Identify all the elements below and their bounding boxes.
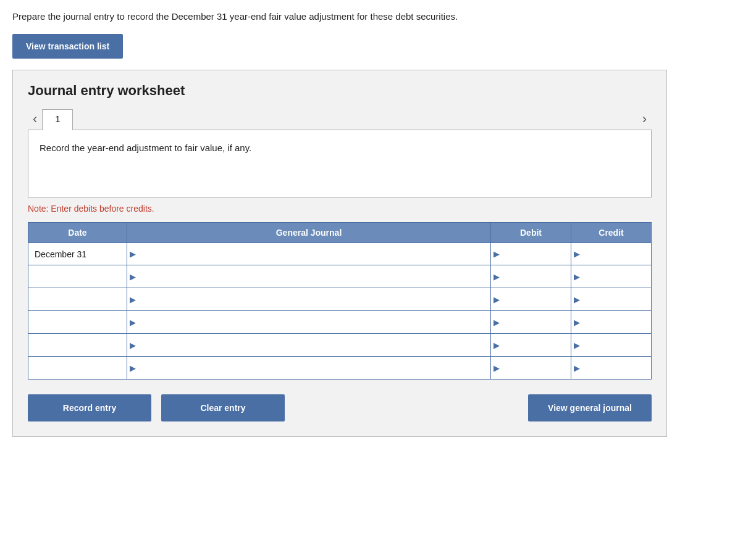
journal-arrow-0: ▶: [127, 249, 138, 259]
debit-input-2[interactable]: [502, 292, 571, 307]
debit-arrow-3: ▶: [491, 318, 502, 327]
debit-arrow-1: ▶: [491, 272, 502, 281]
credit-cell-3[interactable]: ▶: [571, 311, 652, 334]
header-credit: Credit: [571, 223, 652, 243]
journal-arrow-5: ▶: [127, 363, 138, 373]
table-row: ▶▶▶: [28, 265, 652, 288]
date-cell-4[interactable]: [28, 334, 127, 357]
journal-input-1[interactable]: [138, 269, 490, 284]
date-input-3[interactable]: [35, 315, 120, 330]
next-tab-arrow[interactable]: ›: [637, 109, 652, 130]
prev-tab-arrow[interactable]: ‹: [28, 109, 42, 130]
debit-arrow-0: ▶: [491, 249, 502, 259]
credit-cell-5[interactable]: ▶: [571, 357, 652, 380]
journal-cell-1[interactable]: ▶: [127, 265, 491, 288]
debit-cell-1[interactable]: ▶: [491, 265, 571, 288]
credit-input-2[interactable]: [582, 292, 651, 307]
journal-input-3[interactable]: [138, 315, 490, 330]
view-transaction-button[interactable]: View transaction list: [12, 34, 123, 59]
journal-input-5[interactable]: [138, 360, 490, 375]
credit-cell-1[interactable]: ▶: [571, 265, 652, 288]
tab-content-text: Record the year-end adjustment to fair v…: [40, 143, 251, 153]
table-header-row: Date General Journal Debit Credit: [28, 223, 652, 243]
credit-input-4[interactable]: [582, 338, 651, 352]
debit-input-3[interactable]: [502, 315, 571, 330]
credit-cell-0[interactable]: ▶: [571, 243, 652, 265]
journal-cell-0[interactable]: ▶: [127, 243, 491, 265]
date-cell-5[interactable]: [28, 357, 127, 380]
credit-input-3[interactable]: [582, 315, 651, 330]
record-entry-button[interactable]: Record entry: [28, 394, 151, 421]
credit-arrow-1: ▶: [571, 272, 582, 281]
buttons-row: Record entry Clear entry View general jo…: [28, 394, 652, 421]
date-cell-2[interactable]: [28, 288, 127, 311]
journal-cell-5[interactable]: ▶: [127, 357, 491, 380]
journal-arrow-3: ▶: [127, 318, 138, 327]
header-general-journal: General Journal: [127, 223, 491, 243]
credit-arrow-0: ▶: [571, 249, 582, 259]
header-debit: Debit: [491, 223, 571, 243]
debit-input-4[interactable]: [502, 338, 571, 352]
journal-input-2[interactable]: [138, 292, 490, 307]
credit-input-5[interactable]: [582, 360, 651, 375]
journal-cell-4[interactable]: ▶: [127, 334, 491, 357]
debit-cell-5[interactable]: ▶: [491, 357, 571, 380]
date-cell-1[interactable]: [28, 265, 127, 288]
debit-input-5[interactable]: [502, 360, 571, 375]
credit-input-0[interactable]: [582, 247, 651, 262]
debit-cell-2[interactable]: ▶: [491, 288, 571, 311]
table-row: ▶▶▶: [28, 311, 652, 334]
date-cell-3[interactable]: [28, 311, 127, 334]
credit-cell-4[interactable]: ▶: [571, 334, 652, 357]
debit-input-1[interactable]: [502, 269, 571, 284]
debit-cell-0[interactable]: ▶: [491, 243, 571, 265]
journal-input-0[interactable]: [138, 247, 490, 262]
journal-cell-2[interactable]: ▶: [127, 288, 491, 311]
page-instruction: Prepare the journal entry to record the …: [12, 10, 744, 23]
tab-navigation: ‹ 1 ›: [28, 109, 652, 130]
debit-arrow-4: ▶: [491, 341, 502, 350]
worksheet-title: Journal entry worksheet: [28, 83, 652, 99]
tab-content-box: Record the year-end adjustment to fair v…: [28, 130, 652, 197]
journal-arrow-2: ▶: [127, 295, 138, 304]
date-input-4[interactable]: [35, 338, 120, 352]
date-input-2[interactable]: [35, 292, 120, 307]
journal-arrow-4: ▶: [127, 341, 138, 350]
view-general-journal-button[interactable]: View general journal: [528, 394, 652, 421]
worksheet-container: Journal entry worksheet ‹ 1 › Record the…: [12, 70, 667, 437]
debit-cell-4[interactable]: ▶: [491, 334, 571, 357]
journal-arrow-1: ▶: [127, 272, 138, 281]
table-row: ▶▶▶: [28, 288, 652, 311]
debit-arrow-2: ▶: [491, 295, 502, 304]
credit-arrow-4: ▶: [571, 341, 582, 350]
clear-entry-button[interactable]: Clear entry: [161, 394, 285, 421]
debit-cell-3[interactable]: ▶: [491, 311, 571, 334]
note-text: Note: Enter debits before credits.: [28, 204, 652, 214]
current-tab-number: 1: [42, 109, 73, 130]
journal-table: Date General Journal Debit Credit Decemb…: [28, 222, 652, 380]
credit-arrow-5: ▶: [571, 363, 582, 373]
debit-arrow-5: ▶: [491, 363, 502, 373]
credit-cell-2[interactable]: ▶: [571, 288, 652, 311]
credit-arrow-2: ▶: [571, 295, 582, 304]
journal-cell-3[interactable]: ▶: [127, 311, 491, 334]
table-row: ▶▶▶: [28, 357, 652, 380]
credit-arrow-3: ▶: [571, 318, 582, 327]
credit-input-1[interactable]: [582, 269, 651, 284]
header-date: Date: [28, 223, 127, 243]
date-input-5[interactable]: [35, 360, 120, 375]
journal-input-4[interactable]: [138, 338, 490, 352]
table-row: December 31▶▶▶: [28, 243, 652, 265]
debit-input-0[interactable]: [502, 247, 571, 262]
date-input-1[interactable]: [35, 269, 120, 284]
date-cell-0: December 31: [28, 243, 127, 265]
table-row: ▶▶▶: [28, 334, 652, 357]
